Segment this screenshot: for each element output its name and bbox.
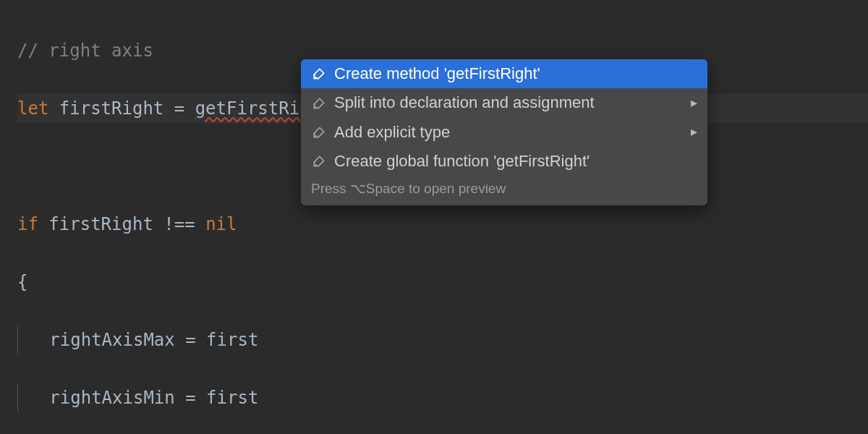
intention-action-item[interactable]: Split into declaration and assignment ▸ bbox=[301, 88, 707, 117]
brace-open: { bbox=[17, 272, 27, 292]
intention-action-item[interactable]: Create method 'getFirstRight' bbox=[301, 59, 707, 88]
chevron-right-icon: ▸ bbox=[691, 124, 697, 140]
intention-action-label: Create global function 'getFirstRight' bbox=[334, 152, 697, 171]
intention-action-label: Split into declaration and assignment bbox=[334, 93, 684, 112]
code-line: rightAxisMax = first bbox=[17, 326, 868, 354]
intention-action-label: Create method 'getFirstRight' bbox=[334, 64, 697, 83]
operator: = bbox=[174, 98, 184, 119]
intention-action-item[interactable]: Create global function 'getFirstRight' bbox=[301, 147, 707, 176]
pencil-icon bbox=[311, 95, 327, 111]
keyword-let: let bbox=[17, 98, 48, 119]
code-line: { bbox=[17, 268, 868, 297]
code-line: if firstRight !== nil bbox=[17, 210, 868, 239]
intention-action-item[interactable]: Add explicit type ▸ bbox=[301, 118, 707, 147]
intention-action-label: Add explicit type bbox=[334, 123, 684, 142]
code-line: rightAxisMin = first bbox=[17, 383, 868, 412]
keyword-if: if bbox=[17, 214, 38, 234]
pencil-icon bbox=[311, 66, 327, 82]
keyword-nil: nil bbox=[205, 214, 237, 234]
intention-actions-popup[interactable]: Create method 'getFirstRight' Split into… bbox=[301, 59, 707, 205]
pencil-icon bbox=[311, 153, 327, 169]
pencil-icon bbox=[311, 124, 327, 140]
comment: // right axis bbox=[17, 41, 153, 61]
chevron-right-icon: ▸ bbox=[691, 95, 697, 111]
identifier: firstRight bbox=[59, 98, 164, 119]
popup-hint: Press ⌥Space to open preview bbox=[301, 176, 707, 203]
